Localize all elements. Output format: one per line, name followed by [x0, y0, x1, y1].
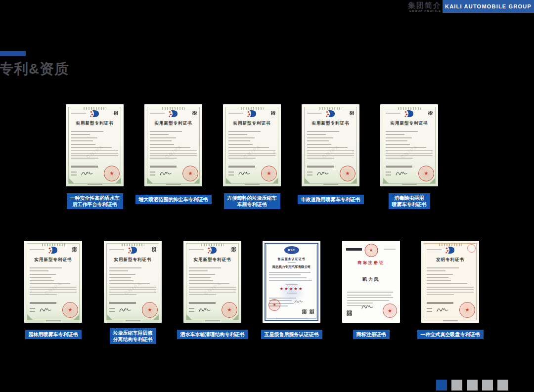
certificate-card: 实用新型专利证书 ★ CNIPA 增大喷洒范围的抑尘车专利证书	[144, 104, 202, 217]
certificate-card: ★ 商标注册证 凯力风 ★ 商标注册证书	[342, 241, 400, 353]
trademark-certificate: ★ 商标注册证 凯力风 ★	[342, 241, 400, 323]
certificate-label: 一种安全性高的洒水车后工作平台专利证书	[67, 193, 123, 209]
signature-icon	[316, 170, 329, 178]
certificate-title: 实用新型专利证书	[66, 121, 124, 126]
cnipa-logo-icon	[247, 110, 257, 120]
cnipa-logo-icon	[169, 110, 178, 120]
utility-patent-certificate: 实用新型专利证书 ★ CNIPA	[223, 104, 281, 186]
qr-code-icon	[231, 247, 236, 252]
signature-icon	[119, 306, 132, 315]
qr-code-icon	[428, 111, 433, 115]
qr-code-icon	[350, 111, 354, 115]
certificate-label: 市政道路用喷雾车专利证书	[298, 195, 364, 204]
certificate-card: 实用新型专利证书 ★ CNIPA 洒水车水箱清理结构专利证书	[183, 241, 241, 353]
cnipa-logo-icon	[208, 246, 218, 256]
five-stars: ★★★★★	[263, 286, 320, 291]
signature-icon	[81, 170, 93, 178]
cnipa-logo-icon	[128, 246, 138, 256]
signature-icon	[238, 170, 251, 178]
qr-code-icon	[152, 247, 156, 252]
slide: 集团简介 GROUP PROFILE KAILI AUTOMOBILE GROU…	[0, 0, 534, 392]
certificate-card: 实用新型专利证书 ★ CNIPA 园林用喷雾车专利证书	[24, 241, 82, 353]
pagination-dot-4[interactable]	[482, 380, 493, 391]
cnipa-logo-icon	[404, 110, 414, 120]
certificate-label: 垃圾压缩车用固液分离结构专利证书	[110, 328, 156, 344]
certificate-title: 实用新型专利证书	[223, 121, 281, 126]
certificate-card: 发明专利证书 ★ 一种立式真空吸盘专利证书	[421, 241, 479, 353]
certificate-title: 实用新型专利证书	[380, 121, 438, 126]
qr-code-icon	[347, 310, 352, 316]
qr-code-icon	[114, 111, 118, 115]
certificate-card: 实用新型专利证书 ★ CNIPA 垃圾压缩车用固液分离结构专利证书	[104, 241, 162, 353]
certificate-title: 商标注册证	[342, 261, 400, 265]
certificate-label: 一种立式真空吸盘专利证书	[417, 330, 484, 339]
pagination-dot-1[interactable]	[436, 380, 447, 391]
signature-icon	[436, 306, 449, 315]
certificate-title: 实用新型专利证书	[24, 257, 82, 262]
certificate-title: 实用新型专利证书	[104, 257, 162, 262]
section-subtitle: GROUP PROFILE	[409, 9, 442, 12]
signature-icon	[395, 170, 408, 178]
signature-icon	[159, 170, 172, 178]
certificate-label: 增大喷洒范围的抑尘车专利证书	[135, 195, 212, 204]
cnipa-logo-icon	[90, 110, 100, 120]
invention-patent-certificate: 发明专利证书 ★	[421, 241, 479, 323]
certificate-title: 发明专利证书	[421, 257, 479, 262]
national-emblem-icon: ★	[364, 244, 378, 257]
rsc-logo-icon: RSC	[284, 246, 299, 254]
title-accent-bar	[0, 51, 26, 56]
utility-patent-certificate: 实用新型专利证书 ★ CNIPA	[302, 104, 359, 186]
signature-icon	[198, 306, 211, 315]
certificate-card: 实用新型专利证书 ★ CNIPA 方便卸料的垃圾压缩车车厢专利证书	[223, 104, 281, 217]
certificate-label: 园林用喷雾车专利证书	[25, 330, 82, 339]
cnipa-logo-icon	[326, 110, 336, 120]
brand-banner: KAILI AUTOMOBILE GROUP	[443, 0, 534, 13]
certificate-title: 实用新型专利证书	[144, 121, 202, 126]
signature-icon	[39, 306, 52, 315]
certificate-title: 实用新型专利证书	[302, 121, 359, 126]
signature-icon	[294, 297, 304, 306]
carousel-pagination	[436, 380, 508, 391]
certificate-card: 实用新型专利证书 ★ CNIPA 市政道路用喷雾车专利证书	[302, 104, 359, 217]
utility-patent-certificate: 实用新型专利证书 ★ CNIPA	[24, 241, 82, 323]
certificate-card: RSC 售后服务认证证书 湖北凯力专用汽车有限公司 ★★★★★ ★ 五星级售后服…	[263, 241, 320, 353]
page-title: 专利&资质	[0, 59, 69, 79]
service-certification-certificate: RSC 售后服务认证证书 湖北凯力专用汽车有限公司 ★★★★★ ★	[263, 241, 320, 323]
company-name: 湖北凯力专用汽车有限公司	[263, 265, 320, 269]
qr-code-icon	[271, 111, 275, 115]
qr-code-icon	[72, 247, 77, 252]
certificate-label: 洒水车水箱清理结构专利证书	[177, 330, 248, 339]
red-stamp-icon	[467, 244, 476, 253]
pagination-dot-5[interactable]	[497, 380, 508, 391]
utility-patent-certificate: 实用新型专利证书 ★ CNIPA	[183, 241, 241, 323]
certificate-label: 方便卸料的垃圾压缩车车厢专利证书	[224, 193, 280, 209]
certificate-card: 实用新型专利证书 ★ CNIPA 消毒除虫两用喷雾车专利证书	[380, 104, 438, 217]
certificate-label: 消毒除虫两用喷雾车专利证书	[389, 193, 430, 209]
utility-patent-certificate: 实用新型专利证书 ★ CNIPA	[380, 104, 438, 186]
certificate-text-lines	[427, 265, 474, 297]
qr-code-icon	[302, 309, 307, 314]
red-seal-icon: ★	[383, 304, 397, 318]
red-seal-icon: ★	[268, 299, 280, 311]
certificate-label: 五星级售后服务认证证书	[261, 330, 322, 339]
signature-icon	[361, 303, 374, 312]
cnipa-logo-icon	[445, 246, 455, 256]
certificate-title: 实用新型专利证书	[183, 257, 241, 262]
certificate-card: 实用新型专利证书 ★ CNIPA 一种安全性高的洒水车后工作平台专利证书	[66, 104, 124, 217]
qr-code-icon	[192, 111, 197, 115]
utility-patent-certificate: 实用新型专利证书 ★ CNIPA	[104, 241, 162, 323]
utility-patent-certificate: 实用新型专利证书 ★ CNIPA	[144, 104, 202, 186]
certificate-label: 商标注册证书	[353, 330, 390, 339]
utility-patent-certificate: 实用新型专利证书 ★ CNIPA	[66, 104, 124, 186]
pagination-dot-2[interactable]	[451, 380, 462, 391]
cnipa-logo-icon	[48, 246, 58, 256]
qr-code-icon	[310, 309, 314, 314]
pagination-dot-3[interactable]	[467, 380, 478, 391]
red-seal-icon: ★	[459, 302, 475, 318]
certificate-title: 售后服务认证证书	[263, 257, 320, 261]
trademark-name: 凯力风	[342, 276, 400, 282]
